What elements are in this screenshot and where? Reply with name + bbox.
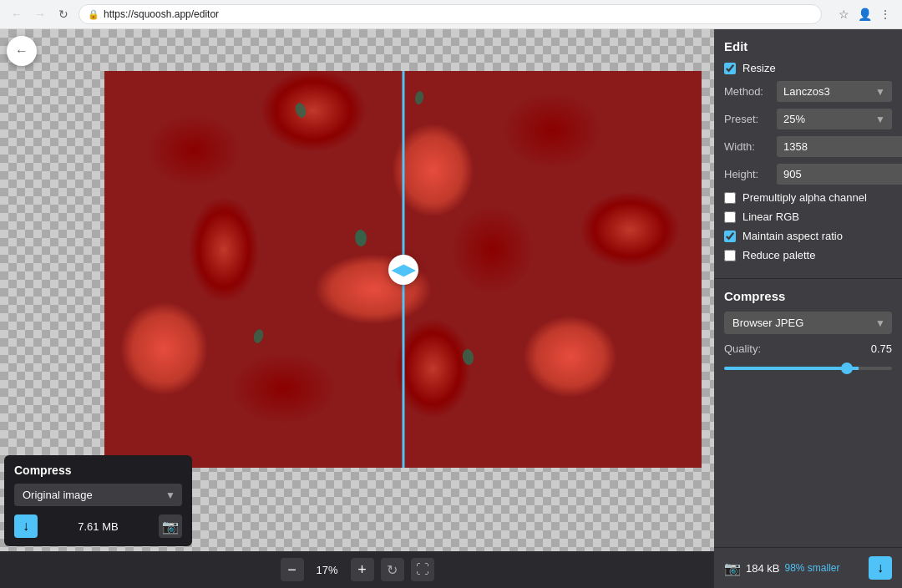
compress-panel-left: Compress Original image ▼ ↓ 7.61 MB 📷 [4,455,192,546]
preset-label: Preset: [724,113,770,125]
compress-select-wrapper-left: Original image ▼ [14,484,182,506]
linear-rgb-checkbox[interactable] [724,211,736,223]
spacer [714,383,902,547]
zoom-in-button[interactable]: + [351,558,374,581]
quality-row: Quality: 0.75 [724,342,892,355]
back-button-area: ← [0,29,43,73]
linear-rgb-label[interactable]: Linear RGB [742,210,799,223]
original-image-select[interactable]: Original image [14,484,182,506]
height-row: Height: [724,164,892,185]
upload-button-left[interactable]: 📷 [159,514,182,538]
quality-label: Quality: [724,342,761,355]
file-smaller-text: 98% smaller [784,562,839,574]
stem-2 [413,90,424,104]
format-select[interactable]: Browser JPEG Browser PNG Browser WebP Ox… [724,312,892,334]
browser-chrome: ← → ↻ 🔒 https://squoosh.app/editor ☆ 👤 ⋮ [0,0,902,29]
bottom-right-panel: 📷 184 kB 98% smaller ↓ [714,547,902,588]
premultiply-row: Premultiply alpha channel [724,191,892,204]
reduce-palette-checkbox[interactable] [724,250,736,261]
camera-icon: 📷 [724,560,741,576]
editor-area: ← ◀▶ [0,29,714,588]
resize-row: Resize [724,62,892,74]
reduce-palette-row: Reduce palette [724,249,892,261]
reduce-palette-label[interactable]: Reduce palette [742,249,815,261]
file-size-left: 7.61 MB [78,520,118,533]
divider-handle[interactable]: ◀▶ [388,255,418,285]
width-row: Width: [724,136,892,157]
method-select-wrapper: Lanczos3 Mitchell Catrom ▼ [777,81,892,102]
fullscreen-button[interactable]: ⛶ [411,558,434,581]
zoom-controls: − 17% + ↻ ⛶ [0,551,714,588]
quality-value: 0.75 [871,342,892,355]
profile-button[interactable]: 👤 [856,6,873,23]
quality-slider[interactable] [724,367,892,370]
download-button-left[interactable]: ↓ [14,514,38,538]
stem-5 [461,348,474,366]
right-panel: Edit Resize Method: Lanczos3 Mitchell Ca… [714,29,902,588]
compress-panel-title: Compress [14,464,182,477]
image-wrapper: ◀▶ [104,71,702,468]
url-text: https://squoosh.app/editor [104,8,219,20]
file-info-right: 📷 184 kB 98% smaller [724,560,840,576]
menu-button[interactable]: ⋮ [877,6,894,23]
maintain-aspect-label[interactable]: Maintain aspect ratio [742,230,843,242]
method-row: Method: Lanczos3 Mitchell Catrom ▼ [724,81,892,102]
height-label: Height: [724,168,770,180]
method-select[interactable]: Lanczos3 Mitchell Catrom [777,81,892,102]
compress-section-title: Compress [724,289,892,303]
reload-button[interactable]: ↻ [55,6,72,23]
forward-nav-button[interactable]: → [32,6,48,23]
browser-actions: ☆ 👤 ⋮ [835,6,894,23]
app-container: ← ◀▶ [0,29,902,588]
download-button-right[interactable]: ↓ [869,556,892,580]
maintain-aspect-checkbox[interactable] [724,231,736,242]
resize-label[interactable]: Resize [742,62,776,74]
resize-checkbox[interactable] [724,63,736,74]
stem-3 [354,229,367,246]
maintain-aspect-row: Maintain aspect ratio [724,230,892,242]
linear-rgb-row: Linear RGB [724,210,892,223]
preset-select[interactable]: 25% 50% 75% 100% [777,109,892,129]
rotate-button[interactable]: ↻ [381,558,404,581]
preset-select-wrapper: 25% 50% 75% 100% ▼ [777,109,892,129]
stem-1 [293,101,307,119]
premultiply-checkbox[interactable] [724,192,736,204]
back-button[interactable]: ← [7,36,37,66]
file-size-right: 184 kB [746,562,779,575]
preset-row: Preset: 25% 50% 75% 100% ▼ [724,109,892,129]
compress-section-right: Compress Browser JPEG Browser PNG Browse… [714,279,902,383]
height-input[interactable] [777,164,902,185]
method-label: Method: [724,85,770,98]
file-size-row-left: ↓ 7.61 MB 📷 [14,514,182,538]
back-nav-button[interactable]: ← [8,6,25,23]
address-bar[interactable]: 🔒 https://squoosh.app/editor [79,4,822,24]
premultiply-label[interactable]: Premultiply alpha channel [742,191,867,204]
zoom-out-button[interactable]: − [281,558,304,581]
file-size-info-left: 7.61 MB [78,520,118,533]
edit-section: Edit Resize Method: Lanczos3 Mitchell Ca… [714,29,902,279]
zoom-value: 17% [311,564,344,576]
stem-4 [252,328,265,344]
width-label: Width: [724,140,770,153]
width-input[interactable] [777,136,902,157]
lock-icon: 🔒 [88,9,99,20]
edit-section-title: Edit [724,39,892,53]
bookmark-button[interactable]: ☆ [835,6,852,23]
format-select-wrapper: Browser JPEG Browser PNG Browser WebP Ox… [724,312,892,334]
